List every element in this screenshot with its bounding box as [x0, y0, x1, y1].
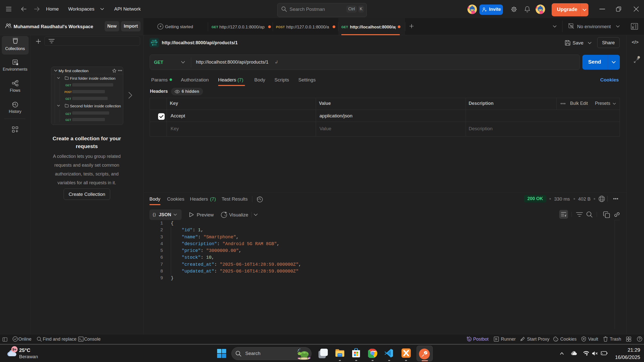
svg-text:HTTP: HTTP — [151, 41, 157, 44]
